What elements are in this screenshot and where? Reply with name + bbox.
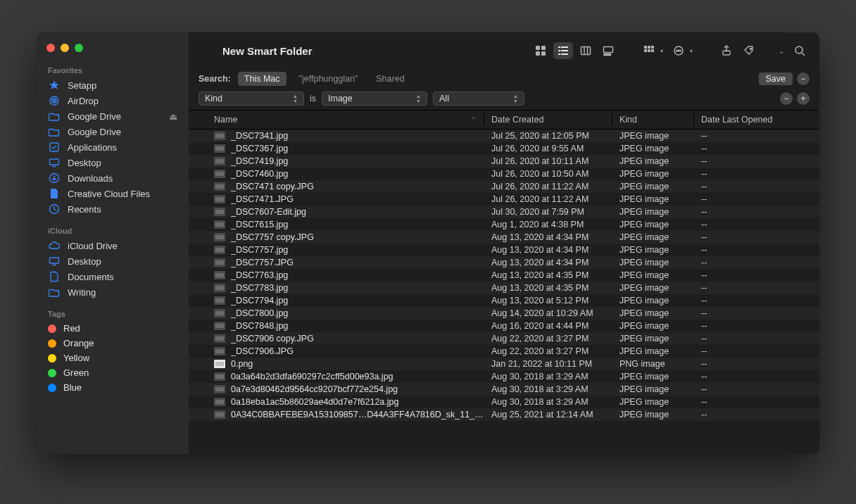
scope-this-mac[interactable]: This Mac [238,72,287,86]
remove-criteria-button[interactable]: − [797,73,810,85]
view-column-button[interactable] [576,42,596,59]
action-menu-button[interactable] [669,42,688,59]
file-row[interactable]: _DSC7367.jpgJul 26, 2020 at 9:55 AMJPEG … [189,142,819,155]
file-kind: JPEG image [612,220,694,229]
tag-color-swatch [48,384,56,392]
file-name: 0a7e3d80462d9564cc9207bcf772e254.jpg [231,384,398,394]
column-kind[interactable]: Kind [612,113,694,126]
file-kind: JPEG image [612,169,694,179]
add-row-button[interactable]: + [797,92,810,105]
file-date-opened: -- [694,245,819,255]
search-button[interactable] [790,42,810,59]
file-row[interactable]: _DSC7906.JPGAug 22, 2020 at 3:27 PMJPEG … [189,345,819,358]
file-kind: JPEG image [612,245,694,255]
sidebar-item-label: Creative Cloud Files [68,189,150,199]
desktop-icon [48,256,61,267]
file-name: _DSC7800.jpg [231,308,288,318]
chevron-down-icon[interactable]: ⌄ [779,47,784,55]
file-row[interactable]: _DSC7757.jpgAug 13, 2020 at 4:34 PMJPEG … [189,244,819,256]
file-row[interactable]: _DSC7848.jpgAug 16, 2020 at 4:44 PMJPEG … [189,320,819,332]
minimize-window-button[interactable] [61,44,69,52]
sidebar-item[interactable]: Writing [37,284,189,300]
file-thumbnail-icon [214,144,225,153]
sidebar-item[interactable]: Downloads [37,170,189,186]
scope-shared[interactable]: Shared [370,73,410,85]
criteria-value: Image [328,94,353,103]
column-date-opened[interactable]: Date Last Opened [694,113,819,126]
file-kind: JPEG image [612,232,694,242]
criteria-extra-select[interactable]: All ▲▼ [433,92,524,106]
sidebar-item-label: Google Drive [68,111,121,122]
save-search-button[interactable]: Save [759,73,793,85]
view-icon-button[interactable] [531,42,550,59]
file-name: _DSC7794.jpg [231,296,288,305]
file-row[interactable]: _DSC7800.jpgAug 14, 2020 at 10:29 AMJPEG… [189,307,819,320]
file-row[interactable]: _DSC7757 copy.JPGAug 13, 2020 at 4:34 PM… [189,231,819,244]
view-list-button[interactable] [553,42,573,59]
share-button[interactable] [717,42,736,59]
criteria-row: Kind ▲▼ is Image ▲▼ All ▲▼ − + [189,90,819,110]
criteria-field-select[interactable]: Kind ▲▼ [199,92,304,106]
sidebar-item[interactable]: Setapp [37,77,189,93]
file-date-opened: -- [694,346,819,356]
eject-icon[interactable]: ⏏ [169,111,177,122]
svg-rect-27 [609,54,611,56]
sidebar-item[interactable]: iCloud Drive [37,238,189,253]
sidebar-tag-item[interactable]: Blue [37,380,189,395]
file-row[interactable]: 0a3a64b2d3dfa690297c2cff5d00e93a.jpgAug … [189,370,819,383]
file-row[interactable]: 0a18eba1ac5b86029ae4d0d7e7f6212a.jpgAug … [189,396,819,408]
sidebar-item[interactable]: Recents [37,201,189,217]
window-title: New Smart Folder [222,45,313,57]
sort-ascending-icon: ⌃ [471,116,477,123]
remove-row-button[interactable]: − [780,92,793,105]
file-row[interactable]: _DSC7757.JPGAug 13, 2020 at 4:34 PMJPEG … [189,256,819,269]
column-date-created[interactable]: Date Created [484,113,612,126]
sidebar-item[interactable]: AirDrop [37,93,189,108]
file-row[interactable]: 0a7e3d80462d9564cc9207bcf772e254.jpgAug … [189,383,819,396]
sidebar-tag-item[interactable]: Red [37,321,189,336]
sidebar-section-label: iCloud [37,222,189,238]
tag-button[interactable] [739,42,759,59]
file-row[interactable]: _DSC7783.jpgAug 13, 2020 at 4:35 PMJPEG … [189,282,819,294]
svg-rect-15 [558,46,560,48]
tag-color-swatch [48,369,56,377]
file-row[interactable]: _DSC7471 copy.JPGJul 26, 2020 at 11:22 A… [189,180,819,193]
scope-user-folder[interactable]: "jeffphungglan" [294,73,364,85]
window-controls [37,41,189,62]
file-row[interactable]: _DSC7471.JPGJul 26, 2020 at 11:22 AMJPEG… [189,193,819,206]
sidebar-tag-item[interactable]: Yellow [37,351,189,365]
file-kind: JPEG image [612,308,694,318]
fullscreen-window-button[interactable] [75,44,83,52]
file-date-created: Jul 26, 2020 at 9:55 AM [484,144,612,153]
column-name[interactable]: Name ⌃ [189,113,484,126]
file-name: _DSC7783.jpg [231,283,288,293]
sidebar-tag-item[interactable]: Green [37,365,189,380]
sidebar-tag-item[interactable]: Orange [37,336,189,351]
file-row[interactable]: _DSC7419.jpgJul 26, 2020 at 10:11 AMJPEG… [189,155,819,168]
criteria-value-select[interactable]: Image ▲▼ [322,92,427,106]
file-row[interactable]: _DSC7794.jpgAug 13, 2020 at 5:12 PMJPEG … [189,294,819,307]
svg-rect-12 [541,46,546,50]
sidebar-item[interactable]: Desktop [37,155,189,170]
file-row[interactable]: _DSC7763.jpgAug 13, 2020 at 4:35 PMJPEG … [189,269,819,282]
group-by-button[interactable] [639,42,659,59]
file-row[interactable]: 0A34C0BBAFEBE9A153109857…D44A3FF4A7816D_… [189,408,819,421]
file-row[interactable]: _DSC7906 copy.JPGAug 22, 2020 at 3:27 PM… [189,332,819,345]
file-kind: JPEG image [612,397,694,407]
sidebar-item[interactable]: Desktop [37,253,189,269]
sidebar-item[interactable]: Documents [37,269,189,284]
view-gallery-button[interactable] [598,42,618,59]
sidebar-item[interactable]: Google Drive⏏ [37,108,189,124]
sidebar-item[interactable]: Applications [37,139,189,155]
sidebar-item[interactable]: Google Drive [37,124,189,139]
sidebar-item[interactable]: Creative Cloud Files [37,186,189,201]
close-window-button[interactable] [46,44,55,52]
file-date-opened: -- [694,334,819,344]
file-row[interactable]: 0.pngJan 21, 2022 at 10:11 PMPNG image-- [189,358,819,370]
file-date-opened: -- [694,182,819,191]
file-row[interactable]: _DSC7460.jpgJul 26, 2020 at 10:50 AMJPEG… [189,168,819,180]
svg-rect-25 [604,54,606,56]
file-row[interactable]: _DSC7615.jpgAug 1, 2020 at 4:38 PMJPEG i… [189,218,819,231]
file-row[interactable]: _DSC7341.jpgJul 25, 2020 at 12:05 PMJPEG… [189,130,819,142]
file-row[interactable]: _DSC7607-Edit.jpgJul 30, 2020 at 7:59 PM… [189,206,819,218]
